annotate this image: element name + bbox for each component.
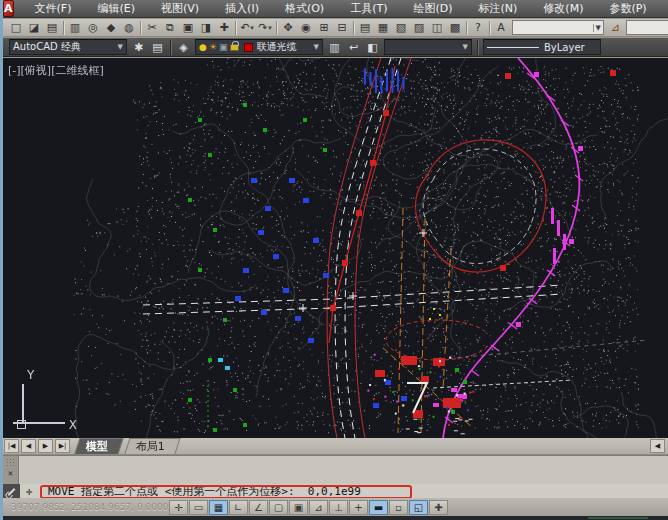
active-command-highlight[interactable]: MOVE 指定第二个点或 <使用第一个点作为位移>: 0,0,1e99 (40, 485, 412, 499)
autocad-window: A 文件(F) 编辑(E) 视图(V) 插入(I) 格式(O) 工具(T) 绘图… (0, 0, 668, 520)
text-style-icon[interactable]: A (492, 20, 510, 36)
viewport-controls-label[interactable]: [-][俯视][二维线框] (8, 63, 104, 78)
dynamic-input-toggle[interactable]: + (349, 500, 368, 515)
polar-toggle[interactable]: ∠ (249, 500, 268, 515)
infer-constraints-toggle[interactable]: ▭ (189, 500, 208, 515)
layer-unlock-icon[interactable] (230, 44, 239, 51)
command-input-text: MOVE 指定第二个点或 <使用第一个点作为位移>: 0,0,1e99 (48, 485, 361, 499)
workspace-combo[interactable]: AutoCAD 经典 ▼ (9, 39, 127, 55)
close-icon[interactable]: ✕ (8, 468, 13, 478)
new-file-icon[interactable]: □ (7, 20, 25, 36)
chevron-down-icon: ▼ (114, 43, 123, 51)
dim-style-icon[interactable]: ⊿ (606, 20, 624, 36)
linetype-value: ByLayer (544, 42, 585, 53)
layer-states-icon[interactable]: ◧ (363, 39, 382, 56)
layer-combo[interactable]: ● ☀ ▣ 联通光缆 ▼ (195, 39, 323, 55)
layout-tab-bar: |◀ ◀ ▶ ▶| 模型 布局1 ◀ (3, 438, 668, 455)
designcenter-icon[interactable]: ▦ (374, 20, 392, 36)
save-workspace-icon[interactable]: ▤ (148, 39, 167, 56)
tool-palettes-icon[interactable]: ▧ (392, 20, 410, 36)
snap-toggle[interactable]: ✛ (169, 500, 188, 515)
lineweight-toggle[interactable]: ▬ (369, 500, 388, 515)
quick-properties-toggle[interactable]: ◱ (409, 500, 428, 515)
workspace-settings-gear-icon[interactable]: ✱ (129, 39, 148, 56)
paste-special-icon[interactable]: ◨ (197, 20, 215, 36)
menu-item[interactable]: 窗口(W) (660, 0, 668, 18)
separator (477, 40, 478, 55)
ortho-toggle[interactable]: ∟ (229, 500, 248, 515)
chevron-down-icon: ▼ (310, 43, 319, 51)
menu-item[interactable]: 插入(I) (212, 0, 272, 18)
linetype-sample (487, 47, 539, 48)
make-object-layer-current-icon[interactable]: ▥ (325, 39, 344, 56)
layer-thaw-sun-icon[interactable]: ☀ (209, 42, 217, 52)
layer-properties-manager-icon[interactable]: ◈ (174, 39, 193, 56)
menu-item[interactable]: 参数(P) (596, 0, 659, 18)
chevron-down-icon: ▼ (459, 43, 468, 51)
model-space-viewport[interactable]: [-][俯视][二维线框] Y X (3, 58, 668, 438)
menu-item[interactable]: 绘图(D) (400, 0, 465, 18)
copy-icon[interactable]: ⧉ (161, 20, 179, 36)
tab-layout1[interactable]: 布局1 (124, 438, 180, 454)
open-file-icon[interactable]: ◪ (25, 20, 43, 36)
3ddwf-icon[interactable]: ◍ (120, 20, 138, 36)
command-history: ✕ MOVE 找到 11996 个 指定基点或 [位移(D)] <位移>: 0,… (3, 456, 668, 484)
last-tab-button[interactable]: ▶| (55, 439, 70, 453)
layer-name: 联通光缆 (256, 40, 296, 54)
dim-style-combo[interactable] (626, 20, 668, 35)
drag-grip-icon[interactable] (6, 458, 16, 466)
help-icon[interactable]: ? (469, 20, 487, 36)
paste-icon[interactable]: ▣ (179, 20, 197, 36)
redo-icon[interactable]: ↷ (256, 20, 274, 36)
cut-icon[interactable]: ✂ (143, 20, 161, 36)
selection-cycling-toggle[interactable]: ✚ (429, 500, 448, 515)
plot-preview-icon[interactable]: ◎ (84, 20, 102, 36)
osnap-toggle[interactable]: ▢ (269, 500, 288, 515)
workspace-layers-toolbar: AutoCAD 经典 ▼ ✱ ▤ ◈ ● ☀ ▣ 联通光缆 ▼ ▥ (3, 38, 668, 57)
dynamic-ucs-toggle[interactable]: ⊥ (329, 500, 348, 515)
menu-item[interactable]: 工具(T) (337, 0, 400, 18)
color-combo[interactable]: ▼ (384, 39, 472, 55)
transparency-toggle[interactable]: ▫ (389, 500, 408, 515)
zoom-previous-icon[interactable]: ⊟ (333, 20, 351, 36)
pan-icon[interactable]: ✥ (279, 20, 297, 36)
save-icon[interactable]: ▤ (43, 20, 61, 36)
layer-color-chip (244, 43, 253, 52)
tab-scroll-button[interactable]: ◀ (650, 439, 665, 453)
customize-wrench-icon[interactable] (3, 484, 20, 499)
command-window-gutter[interactable]: ✕ (3, 456, 19, 484)
menu-item[interactable]: 标注(N) (466, 0, 531, 18)
undo-icon[interactable]: ↶ (238, 20, 256, 36)
menu-item[interactable]: 文件(F) (22, 0, 85, 18)
layer-freeze-icon[interactable]: ▣ (219, 42, 228, 52)
menu-item[interactable]: 格式(O) (272, 0, 337, 18)
markup-icon[interactable]: ◫ (428, 20, 446, 36)
match-properties-icon[interactable]: ✚ (215, 20, 233, 36)
properties-icon[interactable]: ▤ (356, 20, 374, 36)
next-tab-button[interactable]: ▶ (38, 439, 53, 453)
menu-item[interactable]: 修改(M) (530, 0, 596, 18)
text-style-combo[interactable]: ▼ (512, 20, 604, 35)
move-cursor-icon: ✛ (20, 485, 38, 499)
plot-icon[interactable]: ▥ (66, 20, 84, 36)
coordinates-readout: 39707.9852, 251084.9657, 0.0000 (7, 501, 169, 514)
layer-previous-icon[interactable]: ↩ (344, 39, 363, 56)
zoom-realtime-icon[interactable]: ◉ (297, 20, 315, 36)
osnap-3d-toggle[interactable]: ▣ (289, 500, 308, 515)
chevron-down-icon: ▼ (593, 24, 603, 32)
layer-on-bulb-icon[interactable]: ● (199, 42, 207, 52)
autocad-logo-icon[interactable]: A (3, 0, 14, 17)
prev-tab-button[interactable]: ◀ (21, 439, 36, 453)
sheet-set-icon[interactable]: ▨ (410, 20, 428, 36)
first-tab-button[interactable]: |◀ (4, 439, 19, 453)
linetype-combo[interactable]: ByLayer (483, 39, 601, 55)
publish-icon[interactable]: ◆ (102, 20, 120, 36)
menu-item[interactable]: 视图(V) (148, 0, 212, 18)
tab-model[interactable]: 模型 (74, 438, 123, 454)
zoom-window-icon[interactable]: ⊞ (315, 20, 333, 36)
cad-drawing[interactable] (3, 58, 668, 438)
grid-toggle[interactable]: ▦ (209, 500, 228, 515)
otrack-toggle[interactable]: ⊿ (309, 500, 328, 515)
menu-item[interactable]: 编辑(E) (84, 0, 148, 18)
calculator-icon[interactable]: ▩ (446, 20, 464, 36)
